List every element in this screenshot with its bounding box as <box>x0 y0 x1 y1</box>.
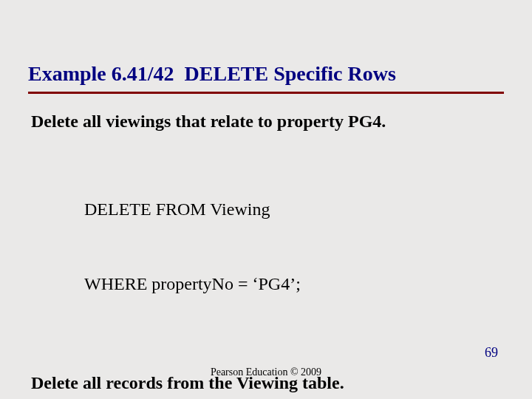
slide-title: Example 6.41/42 DELETE Specific Rows <box>28 62 396 86</box>
footer-copyright: Pearson Education © 2009 <box>0 366 532 378</box>
slide: Example 6.41/42 DELETE Specific Rows Del… <box>0 0 532 399</box>
title-underline <box>28 92 504 94</box>
code-block-1: DELETE FROM Viewing WHERE propertyNo = ‘… <box>84 148 502 347</box>
slide-content: Delete all viewings that relate to prope… <box>31 109 502 399</box>
code-line: WHERE propertyNo = ‘PG4’; <box>84 272 502 297</box>
statement-1: Delete all viewings that relate to prope… <box>31 109 502 134</box>
page-number: 69 <box>485 345 498 361</box>
code-line: DELETE FROM Viewing <box>84 197 502 222</box>
